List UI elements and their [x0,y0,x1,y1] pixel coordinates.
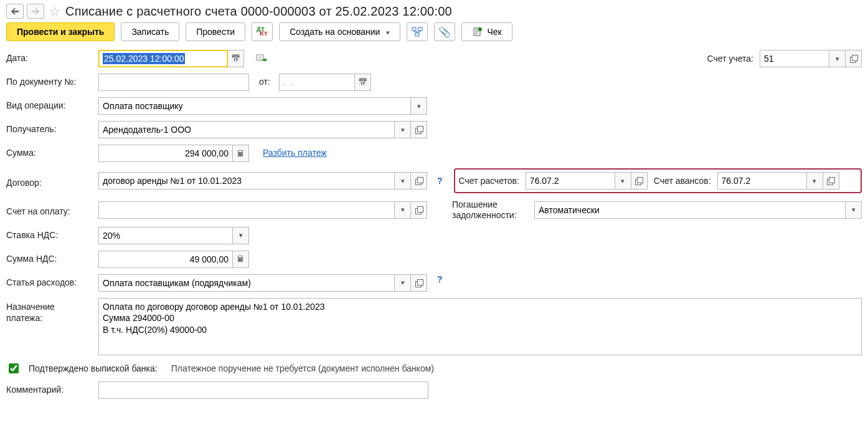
favorite-star-icon[interactable]: ☆ [48,4,62,18]
apply-arrow-icon [256,54,268,64]
calendar-icon [358,78,367,87]
invoice-dropdown-button[interactable]: ▾ [395,201,411,219]
form-body: Дата: 25.02.2023 12:00:00 Счет учета: ▾ [6,50,862,399]
calculator-icon [237,149,245,158]
advance-account-open-button[interactable] [823,172,839,189]
calc-account-label: Счет расчетов: [459,176,519,186]
cheque-label: Чек [487,27,501,37]
svg-rect-1 [418,27,422,31]
calc-account-open-button[interactable] [631,172,648,189]
vat-rate-input[interactable] [98,227,233,244]
recipient-label: Получатель: [6,121,92,134]
contract-dropdown-button[interactable]: ▾ [395,172,411,189]
purpose-textarea[interactable] [98,298,862,355]
purpose-label: Назначение платежа: [6,298,92,324]
optype-label: Вид операции: [6,97,92,110]
invoice-open-button[interactable] [411,201,427,219]
svg-point-4 [478,27,482,31]
cheque-button[interactable]: Чек [461,22,512,41]
account-dropdown-button[interactable]: ▾ [829,50,846,67]
open-icon [850,55,857,62]
post-and-close-button[interactable]: Провести и закрыть [6,22,115,41]
date-label: Дата: [6,50,92,63]
comment-input[interactable] [98,381,428,399]
from-date-calendar-button[interactable] [355,74,371,91]
optype-input[interactable] [98,97,411,115]
contract-input[interactable] [98,172,395,189]
date-input[interactable]: 25.02.2023 12:00:00 [98,50,228,67]
from-date-input[interactable] [279,74,355,91]
invoice-input[interactable] [98,201,395,219]
accounts-highlight-box: Счет расчетов: ▾ Счет авансов: ▾ [454,168,862,193]
receipt-icon [472,27,483,37]
svg-rect-2 [415,33,419,36]
debt-repay-label: Погашение задолженности: [452,199,528,221]
date-calendar-button[interactable] [228,50,244,67]
structure-icon [412,27,423,37]
vat-rate-label: Ставка НДС: [6,227,92,240]
docno-input[interactable] [98,74,249,91]
vat-rate-dropdown-button[interactable]: ▾ [233,227,249,244]
confirmed-checkbox[interactable] [9,363,19,373]
advance-account-dropdown-button[interactable]: ▾ [807,172,823,189]
expense-item-label: Статья расходов: [6,274,92,287]
amount-label: Сумма: [6,145,92,158]
expense-item-open-button[interactable] [411,274,427,292]
post-button[interactable]: Провести [186,22,245,41]
page-title: Списание с расчетного счета 0000-000003 … [65,4,452,19]
date-apply-button[interactable] [254,50,270,67]
account-label: Счет учета: [707,54,753,64]
advance-account-input[interactable] [717,172,807,189]
contract-label: Договор: [6,175,92,188]
paperclip-icon: 📎 [438,26,451,38]
expense-item-input[interactable] [98,274,395,292]
create-based-on-button[interactable]: Создать на основании [279,22,400,41]
account-open-button[interactable] [846,50,862,67]
amount-calc-button[interactable] [233,145,249,162]
attachment-button[interactable]: 📎 [434,22,455,41]
vat-sum-input[interactable] [98,251,233,268]
calc-account-dropdown-button[interactable]: ▾ [615,172,631,189]
comment-label: Комментарий: [6,381,92,395]
open-icon [827,177,834,185]
structure-button[interactable] [407,22,428,41]
expense-item-help-button[interactable]: ? [437,274,443,284]
title-bar: 🡨 🡪 ☆ Списание с расчетного счета 0000-0… [6,4,862,19]
date-value-selected: 25.02.2023 12:00:00 [103,53,185,64]
recipient-input[interactable] [98,121,395,138]
recipient-dropdown-button[interactable]: ▾ [395,121,411,138]
contract-open-button[interactable] [411,172,427,189]
expense-item-dropdown-button[interactable]: ▾ [395,274,411,292]
nav-back-button[interactable]: 🡨 [6,4,24,19]
calculator-icon [237,254,245,264]
advance-account-label: Счет авансов: [654,176,711,186]
open-icon [635,177,643,185]
optype-dropdown-button[interactable]: ▾ [411,97,427,115]
write-button[interactable]: Записать [121,22,179,41]
svg-rect-0 [412,27,416,31]
vat-sum-calc-button[interactable] [233,251,249,268]
toolbar: Провести и закрыть Записать Провести ДтК… [6,22,862,41]
from-label: от: [255,74,273,87]
dtkt-icon: ДтКт [257,27,268,37]
payorder-note: Платежное поручение не требуется (докуме… [171,363,434,373]
confirmed-label: Подтверждено выпиской банка: [29,363,158,373]
dtkt-button[interactable]: ДтКт [252,22,273,41]
recipient-open-button[interactable] [411,121,427,138]
open-icon [415,206,423,214]
contract-help-button[interactable]: ? [437,176,443,186]
open-icon [415,126,423,133]
debt-repay-dropdown-button[interactable]: ▾ [846,201,862,219]
split-payment-link[interactable]: Разбить платеж [263,145,327,158]
calc-account-input[interactable] [526,172,615,189]
invoice-label: Счет на оплату: [6,203,92,216]
date-field-group: 25.02.2023 12:00:00 [98,50,244,67]
amount-input[interactable] [98,145,233,162]
account-input[interactable] [760,50,829,67]
open-icon [415,177,423,185]
open-icon [415,279,423,287]
debt-repay-input[interactable] [534,201,846,219]
create-based-on-label: Создать на основании [290,27,380,37]
calendar-icon [231,54,240,63]
nav-forward-button[interactable]: 🡪 [27,4,44,19]
